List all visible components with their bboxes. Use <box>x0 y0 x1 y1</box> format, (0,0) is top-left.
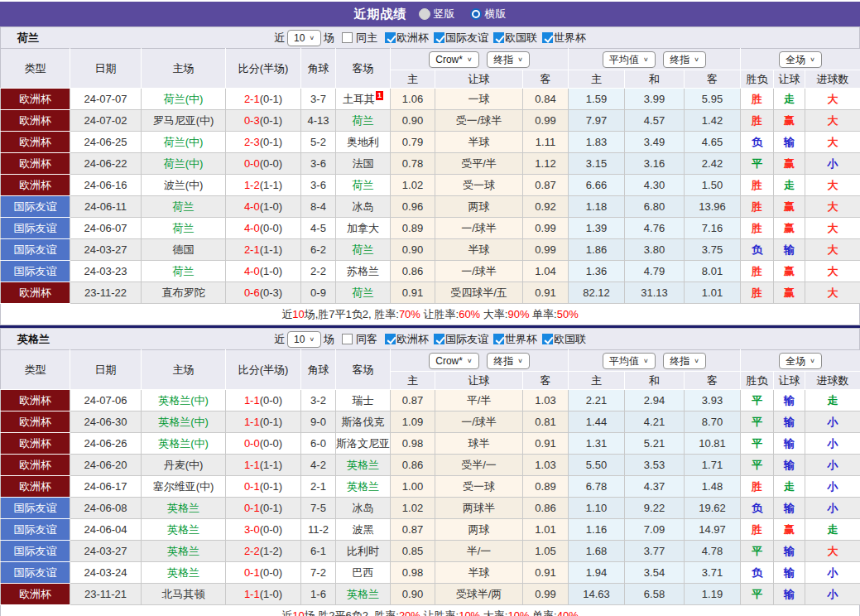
competition-type: 欧洲杯 <box>1 411 70 433</box>
competition-type: 欧洲杯 <box>1 89 70 110</box>
col-corner: 角球 <box>301 350 336 390</box>
match-date: 24-07-02 <box>70 110 142 132</box>
competition-type: 国际友谊 <box>1 261 70 282</box>
crow-away-odds: 0.99 <box>523 239 569 261</box>
league-checkbox[interactable] <box>434 32 444 43</box>
score-cell: 4-0(1-0) <box>226 261 301 282</box>
radio-vertical-icon[interactable] <box>419 8 430 20</box>
league-checkbox[interactable] <box>542 334 553 344</box>
halftime-score: (0-1) <box>260 502 282 514</box>
summary-text: 让胜率: <box>420 609 459 616</box>
match-date: 24-06-08 <box>70 498 142 519</box>
summary-text: 大率: <box>480 308 507 320</box>
filter-controls: 近 10∨ 场 同主 欧洲杯国际友谊欧国联世界杯 <box>274 30 586 46</box>
crow-home-odds: 1.06 <box>391 89 435 110</box>
crow-away-odds: 1.12 <box>523 153 569 175</box>
summary-percentage: 10% <box>459 609 480 616</box>
crow-away-odds: 0.91 <box>523 562 569 584</box>
home-team: 丹麦(中) <box>142 455 226 476</box>
avg-home-odds: 7.97 <box>569 110 625 132</box>
score-cell: 0-6(0-3) <box>226 282 301 304</box>
scope-select[interactable]: 全场∨ <box>779 353 822 369</box>
fulltime-score: 1-1 <box>244 588 260 600</box>
fulltime-score: 1-1 <box>244 416 260 428</box>
halftime-score: (0-1) <box>260 480 282 493</box>
avg-away-odds: 4.78 <box>685 541 741 562</box>
match-date: 24-03-24 <box>70 562 142 584</box>
over-under-result: 大 <box>805 282 860 304</box>
score-cell: 3-0(0-0) <box>226 519 301 541</box>
bookmaker-select[interactable]: Crow*∨ <box>429 353 478 369</box>
home-team: 荷兰 <box>142 261 226 282</box>
handicap-result: 输 <box>774 455 805 476</box>
corner-count: 3-6 <box>301 175 336 196</box>
wdl-result: 负 <box>741 562 774 584</box>
match-row: 国际友谊24-06-08英格兰0-1(0-1)7-5冰岛1.02两球半0.861… <box>1 498 860 519</box>
scope-select[interactable]: 全场∨ <box>779 51 822 68</box>
handicap-line: 受球半/两 <box>435 584 523 605</box>
match-date: 24-03-23 <box>70 261 142 282</box>
league-checkbox[interactable] <box>493 32 504 43</box>
summary-percentage: 90% <box>507 308 529 320</box>
games-label: 场 <box>324 332 334 347</box>
avg-draw-odds: 4.37 <box>625 476 685 498</box>
col-away: 客场 <box>336 350 391 390</box>
avg-home-odds: 82.12 <box>569 282 625 304</box>
fulltime-score: 0-3 <box>244 114 260 127</box>
col-crow-home: 主 <box>391 372 435 390</box>
league-checkbox[interactable] <box>493 334 504 344</box>
radio-vertical[interactable]: 竖版 <box>419 7 455 22</box>
wdl-result: 平 <box>741 153 774 175</box>
wdl-result: 负 <box>741 498 774 519</box>
league-label: 欧洲杯 <box>396 333 429 345</box>
average-select[interactable]: 平均值∨ <box>603 51 656 68</box>
final-euro-select[interactable]: 终指∨ <box>663 353 706 369</box>
league-checkbox[interactable] <box>385 32 396 43</box>
league-label: 欧国联 <box>505 31 537 44</box>
home-team: 荷兰(中) <box>142 153 226 175</box>
final-odds-select[interactable]: 终指∨ <box>487 353 530 369</box>
home-team: 英格兰 <box>142 562 226 584</box>
avg-away-odds: 7.16 <box>685 218 741 239</box>
match-count-select[interactable]: 10∨ <box>287 331 321 348</box>
team-section-netherlands: 荷兰 近 10∨ 场 同主 欧洲杯国际友谊欧国联世界杯 类型 日期 主场 比 <box>0 26 860 325</box>
final-odds-select[interactable]: 终指∨ <box>487 51 530 68</box>
chevron-down-icon: ∨ <box>309 334 315 344</box>
bookmaker-select[interactable]: Crow*∨ <box>429 51 478 68</box>
competition-type: 国际友谊 <box>1 541 70 562</box>
wdl-result: 平 <box>741 411 774 433</box>
competition-type: 欧洲杯 <box>1 132 70 153</box>
over-under-result: 小 <box>805 411 860 433</box>
handicap-result: 赢 <box>774 153 805 175</box>
final-euro-select[interactable]: 终指∨ <box>663 51 706 68</box>
team-name: 英格兰 <box>17 332 50 347</box>
score-cell: 1-2(1-1) <box>226 175 301 196</box>
crow-home-odds: 0.85 <box>391 541 435 562</box>
league-checkbox[interactable] <box>542 32 553 43</box>
league-checkbox[interactable] <box>385 334 396 344</box>
league-checkbox[interactable] <box>434 334 444 344</box>
same-venue-checkbox[interactable] <box>342 32 353 43</box>
match-date: 24-06-04 <box>70 519 142 541</box>
competition-type: 欧洲杯 <box>1 390 70 411</box>
handicap-line: 一/球半 <box>435 218 523 239</box>
score-cell: 0-3(0-1) <box>226 110 301 132</box>
summary-percentage: 10 <box>292 609 304 616</box>
avg-home-odds: 1.31 <box>569 433 625 455</box>
avg-draw-odds: 7.09 <box>625 519 685 541</box>
away-cell: 荷兰 <box>336 239 391 261</box>
competition-type: 欧洲杯 <box>1 476 70 498</box>
average-select[interactable]: 平均值∨ <box>603 353 656 369</box>
home-team: 荷兰 <box>142 218 226 239</box>
same-venue-checkbox[interactable] <box>342 334 353 344</box>
home-team: 荷兰 <box>142 196 226 218</box>
match-row: 欧洲杯24-06-25荷兰(中)2-3(0-1)5-2奥地利0.79半球1.11… <box>1 132 860 153</box>
crow-away-odds: 1.03 <box>523 455 569 476</box>
radio-horizontal-icon[interactable] <box>470 8 482 20</box>
score-cell: 0-0(0-0) <box>226 153 301 175</box>
col-avg-away: 客 <box>685 372 741 390</box>
radio-horizontal[interactable]: 横版 <box>470 7 507 22</box>
match-count-select[interactable]: 10∨ <box>287 30 321 46</box>
games-label: 场 <box>324 31 334 46</box>
away-cell: 波黑 <box>336 519 391 541</box>
